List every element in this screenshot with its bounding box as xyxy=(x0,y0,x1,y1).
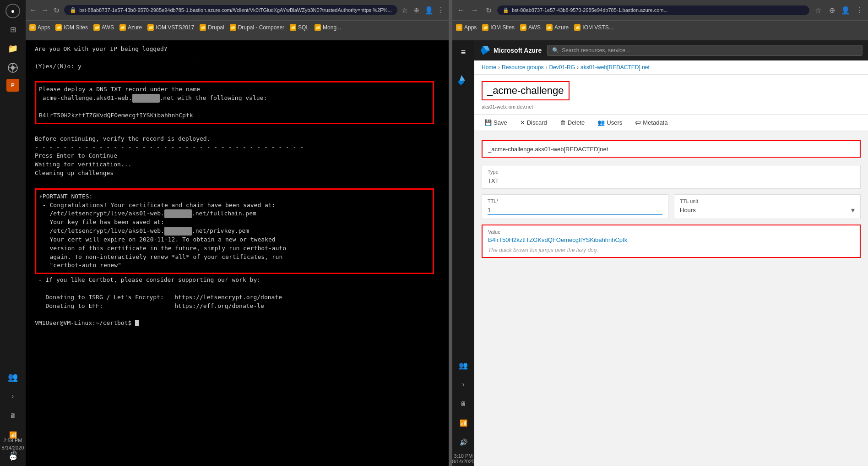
url-bar-right[interactable]: 🔒 bst-88ab8737-1e57-43b8-9570-2985e94db7… xyxy=(497,5,809,15)
important-line-3: Your key file has been saved at: xyxy=(39,218,430,227)
bookmark-aws[interactable]: 📁 AWS xyxy=(93,24,114,31)
breadcrumb-dev01-rg[interactable]: Dev01-RG xyxy=(549,64,575,71)
terminal-enter: Press Enter to Continue xyxy=(35,152,439,160)
value-placeholder: The quick brown fox jumps over the lazy … xyxy=(488,247,854,253)
more-menu[interactable]: ⋮ xyxy=(437,5,445,15)
search-icon: 🔍 xyxy=(552,47,559,54)
expand-icon[interactable]: › xyxy=(5,388,21,405)
right-panel-inner: ≡ 👥 › 🖥 📶 🔊 3:10 PM 8/14/2020 💬 xyxy=(452,40,868,466)
bookmark-star[interactable]: ☆ xyxy=(401,5,409,15)
refresh-button[interactable]: ↻ xyxy=(53,5,60,15)
breadcrumb-resource-groups[interactable]: Resource groups xyxy=(502,64,543,71)
dns-value: B4lrT50H2kztfTZGKvdQFOemecgfIYSKibahhnhC… xyxy=(39,111,430,120)
terminal-waiting: Waiting for verification... xyxy=(35,160,439,169)
save-button[interactable]: 💾 Save xyxy=(482,118,510,127)
powerpoint-icon[interactable]: P xyxy=(6,79,19,92)
important-line-5: Your cert will expire on 2020-11-12. To … xyxy=(39,236,430,244)
back-button-right[interactable]: ← xyxy=(456,5,466,15)
bookmark-star-right[interactable]: ☆ xyxy=(813,5,823,15)
bookmark-apps-right[interactable]: ⊞ Apps xyxy=(456,24,477,31)
extensions-icon[interactable]: ⊕ xyxy=(412,5,420,15)
dns-name-field-box xyxy=(482,140,861,158)
people-icon-right[interactable]: 👥 xyxy=(455,357,472,373)
metadata-button[interactable]: 🏷 Metadata xyxy=(632,118,670,127)
terminal-wrapper: ← → ↻ 🔒 bst-88ab8737-1e57-43b8-9570-2985… xyxy=(26,0,449,466)
bookmark-iom-sites[interactable]: 📁 IOM Sites xyxy=(55,24,88,31)
users-button[interactable]: 👥 Users xyxy=(595,118,625,127)
terminal-content[interactable]: Are you OK with your IP being logged? - … xyxy=(26,40,449,466)
bookmark-azure[interactable]: 📁 Azure xyxy=(119,24,142,31)
bookmark-drupal-composer[interactable]: 📁 Drupal - Composer xyxy=(230,24,284,31)
discard-button[interactable]: ✕ Discard xyxy=(517,118,550,127)
chevron-right-icon[interactable]: › xyxy=(455,376,472,393)
folder-icon[interactable]: 📁 xyxy=(5,40,21,57)
url-bar-left[interactable]: 🔒 bst-88ab8737-1e57-43b8-9570-2985e94db7… xyxy=(64,5,397,15)
volume-icon-right[interactable]: 🔊 xyxy=(455,434,472,450)
extensions-icon-right[interactable]: ⊕ xyxy=(827,5,837,15)
grid-icon[interactable]: ⊞ xyxy=(5,21,21,38)
folder-iom-right: 📁 xyxy=(482,24,488,31)
profile-icon-right[interactable]: 👤 xyxy=(841,5,851,15)
dns-line-2: acme-challenge.aks01-web. .net with the … xyxy=(39,94,430,103)
more-menu-right[interactable]: ⋮ xyxy=(854,5,864,15)
azure-logo-icon-small xyxy=(455,71,472,88)
people-icon[interactable]: 👥 xyxy=(5,369,21,385)
resource-title-area: _acme-challenge aks01-web.iom.dev.net xyxy=(474,75,868,115)
delete-button[interactable]: 🗑 Delete xyxy=(557,118,588,127)
bookmark-drupal[interactable]: 📁 Drupal xyxy=(200,24,224,31)
value-field-box: Value B4lrT50H2kztfTZGKvdQFOemecgfIYSKib… xyxy=(482,225,861,258)
bookmark-apps[interactable]: ⊞ Apps xyxy=(29,24,50,31)
bookmark-mongo[interactable]: 📁 Mong... xyxy=(315,24,341,31)
folder-icon-bookmark: 📁 xyxy=(55,24,62,31)
important-notes-box: ⚡PORTANT NOTES: - Congratulations! Your … xyxy=(35,188,434,274)
ttl-input[interactable] xyxy=(488,206,662,215)
url-text-right: bst-88ab8737-1e57-43b8-9570-2985e94db785… xyxy=(512,7,668,13)
important-line-6: version of this certificate in the futur… xyxy=(39,244,430,253)
chrome-icon[interactable] xyxy=(5,60,21,76)
bookmark-iom-right[interactable]: 📁 IOM Sites xyxy=(482,24,515,31)
wifi-icon-right[interactable]: 📶 xyxy=(455,415,472,431)
forward-button[interactable]: → xyxy=(41,5,49,15)
url-text: bst-88ab8737-1e57-43b8-9570-2985e94db785… xyxy=(79,7,392,13)
breadcrumb-aks01[interactable]: aks01-web[REDACTED].net xyxy=(580,64,650,71)
folder-vsts-right: 📁 xyxy=(574,24,580,31)
apps-grid-icon-right: ⊞ xyxy=(456,24,462,31)
back-button[interactable]: ← xyxy=(29,5,37,15)
dns-name-input[interactable] xyxy=(488,146,854,153)
panel-divider[interactable] xyxy=(449,0,452,466)
refresh-button-right[interactable]: ↻ xyxy=(483,5,494,15)
profile-icon[interactable]: 👤 xyxy=(424,5,434,15)
type-label: Type xyxy=(488,169,855,175)
folder-azure-right: 📁 xyxy=(546,24,553,31)
terminal-line-2: - - - - - - - - - - - - - - - - - - - - … xyxy=(35,54,439,62)
bookmark-vsts[interactable]: 📁 IOM VSTS2017 xyxy=(147,24,194,31)
browser-nav-right: ← → ↻ 🔒 bst-88ab8737-1e57-43b8-9570-2985… xyxy=(452,0,868,20)
bookmark-azure-right[interactable]: 📁 Azure xyxy=(546,24,569,31)
dropdown-arrow[interactable]: ▾ xyxy=(851,206,855,214)
azure-header: Microsoft Azure 🔍 Search resources, serv… xyxy=(474,40,868,60)
apps-grid-icon: ⊞ xyxy=(29,24,36,31)
right-panel: ← → ↻ 🔒 bst-88ab8737-1e57-43b8-9570-2985… xyxy=(452,0,868,466)
chat-icon-left[interactable]: 💬 xyxy=(9,454,17,461)
bookmark-vsts-right[interactable]: 📁 IOM VSTS... xyxy=(574,24,613,31)
resource-subtitle: aks01-web.iom.dev.net xyxy=(482,104,861,110)
hamburger-icon[interactable]: ≡ xyxy=(455,44,472,60)
ttl-field: TTL* xyxy=(482,194,668,219)
value-text[interactable]: B4lrT50H2kztfTZGKvdQFOemecgfIYSKibahhnhC… xyxy=(488,236,854,243)
ttl-unit-value: Hours xyxy=(680,207,696,214)
delete-icon: 🗑 xyxy=(560,119,566,126)
bookmark-sql[interactable]: 📁 SQL xyxy=(290,24,309,31)
forward-button-right[interactable]: → xyxy=(470,5,480,15)
svg-point-1 xyxy=(11,66,15,70)
important-line-2: /etc/letsencrypt/live/aks01-web. .net/fu… xyxy=(39,209,430,218)
bookmarks-bar-right: ⊞ Apps 📁 IOM Sites 📁 AWS 📁 Azure 📁 IOM V… xyxy=(452,20,868,34)
folder-icon-azure: 📁 xyxy=(119,24,126,31)
users-icon: 👥 xyxy=(597,119,605,126)
breadcrumb-home[interactable]: Home xyxy=(482,64,496,71)
folder-icon-vsts: 📁 xyxy=(147,24,154,31)
bookmark-aws-right[interactable]: 📁 AWS xyxy=(520,24,541,31)
screen-icon[interactable]: 🖥 xyxy=(455,395,472,412)
azure-search-bar[interactable]: 🔍 Search resources, service... xyxy=(547,45,863,56)
browser-nav-left: ← → ↻ 🔒 bst-88ab8737-1e57-43b8-9570-2985… xyxy=(26,0,449,20)
monitor-icon[interactable]: 🖥 xyxy=(5,407,21,424)
